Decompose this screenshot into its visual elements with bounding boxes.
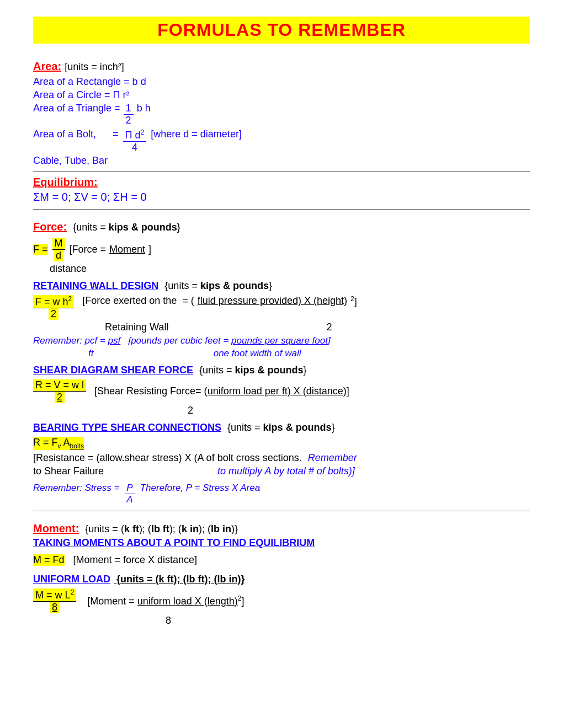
force-section: Force: {units = kips & pounds} F = M d [… (33, 215, 530, 511)
area-triangle-row: Area of a Triangle = 1 2 b h (33, 103, 530, 126)
retaining-numer: F = w h2 (33, 295, 74, 308)
force-desc1: [Force = (70, 244, 107, 255)
divider-2 (33, 209, 530, 210)
remember2a: Remember: Stress = (33, 483, 119, 494)
taking-moments-row: TAKING MOMENTS ABOUT A POINT TO FIND EQU… (33, 537, 530, 549)
equilibrium-label: Equilibrium: (33, 176, 98, 188)
moment-formula-row: M = Fd [Moment = force X distance] (33, 554, 530, 566)
remember1b-text: ft one foot width of wall (88, 348, 301, 359)
bearing-formula: R = Fv Abolts (33, 437, 84, 450)
retaining-desc2: fluid pressure provided) X (height) (198, 295, 347, 307)
uniform-desc: [Moment = uniform load X (length)2] (82, 595, 244, 607)
force-numer: M (52, 238, 65, 250)
force-desc4: distance (50, 263, 87, 275)
moment-formula-highlight: M = Fd (33, 554, 65, 566)
bearing-desc1: [Resistance = (allow.shear stress) X (A … (33, 452, 302, 464)
remember2-denom: A (125, 494, 134, 505)
bearing-desc-row: [Resistance = (allow.shear stress) X (A … (33, 452, 530, 464)
force-desc3: ] (148, 244, 151, 255)
moment-units: {units = (k ft); (lb ft); (k in); (lb in… (82, 523, 238, 535)
remember1b-row: ft one foot width of wall (88, 348, 530, 359)
uniform-units: {units = (k ft); (lb ft); (lb in)} (114, 574, 245, 585)
equilibrium-formula: ΣM = 0; ΣV = 0; ΣH = 0 (33, 191, 147, 204)
shear-desc: [Shear Resisting Force= (uniform load pe… (92, 386, 349, 397)
area-circle: Area of a Circle = Π r² (33, 89, 130, 101)
title-box: FORMULAS TO REMEMBER (33, 17, 530, 44)
retaining-label-row: RETAINING WALL DESIGN {units = kips & po… (33, 280, 530, 292)
retaining-denom: 2 (49, 308, 59, 320)
remember1-text: Remember: pcf = psf [pounds per cubic fe… (33, 335, 331, 346)
area-bolt-cable-row: Cable, Tube, Bar (33, 155, 530, 167)
retaining-formula-row: F = w h2 2 [Force exerted on the = (flui… (33, 295, 530, 320)
area-units: [units = inch²] (65, 61, 124, 73)
uniform-label: UNIFORM LOAD (33, 574, 110, 585)
area-rectangle: Area of a Rectangle = b d (33, 76, 146, 88)
area-rectangle-row: Area of a Rectangle = b d (33, 76, 530, 88)
page-title: FORMULAS TO REMEMBER (157, 20, 406, 40)
uniform-denom2: 8 (166, 615, 171, 627)
retaining-retaining: Retaining Wall (105, 322, 168, 333)
equilibrium-formula-row: ΣM = 0; ΣV = 0; ΣH = 0 (33, 191, 530, 204)
uniform-label-row: UNIFORM LOAD {units = (k ft); (lb ft); (… (33, 574, 530, 585)
uniform-denom: 8 (50, 602, 60, 613)
equilibrium-label-row: Equilibrium: (33, 176, 530, 189)
area-circle-row: Area of a Circle = Π r² (33, 89, 530, 101)
bolt-numer: Π d2 (123, 129, 147, 142)
retaining-label: RETAINING WALL DESIGN (33, 280, 158, 292)
shear-formula-row: R = V = w l 2 [Shear Resisting Force= (u… (33, 379, 530, 403)
moment-section: Moment: {units = (k ft); (lb ft); (k in)… (33, 517, 530, 627)
remember1-row: Remember: pcf = psf [pounds per cubic fe… (33, 335, 530, 346)
area-triangle-bh: b h (137, 103, 151, 114)
retaining-denom2: 2 (326, 322, 332, 333)
area-bolt-text: Area of a Bolt, = (33, 129, 119, 140)
force-formula-row: F = M d [Force = Moment ] (33, 238, 530, 261)
area-triangle-text: Area of a Triangle = (33, 103, 120, 114)
taking-moments: TAKING MOMENTS ABOUT A POINT TO FIND EQU… (33, 537, 315, 549)
shear-label: SHEAR DIAGRAM SHEAR FORCE (33, 365, 193, 376)
remember2-numer: P (125, 483, 134, 494)
bearing-formula-row: R = Fv Abolts (33, 437, 530, 450)
remember2b: Therefore, P = Stress X Area (140, 483, 260, 494)
bolt-denom: 4 (130, 142, 140, 153)
retaining-units: {units = kips & pounds} (162, 280, 272, 292)
moment-label: Moment: (33, 522, 79, 535)
shear-label-row: SHEAR DIAGRAM SHEAR FORCE {units = kips … (33, 365, 530, 376)
shear-units: {units = kips & pounds} (196, 365, 307, 376)
force-label: Force: (33, 221, 67, 233)
area-section: Area: [units = inch²] Area of a Rectangl… (33, 60, 530, 210)
divider-1 (33, 171, 530, 172)
force-f-highlight: F = (33, 244, 48, 255)
divider-3 (33, 511, 530, 511)
bearing-units: {units = kips & pounds} (225, 422, 335, 433)
shear-denom: 2 (55, 392, 65, 403)
uniform-numer: M = w L2 (33, 588, 76, 602)
remember2-row: Remember: Stress = P A Therefore, P = St… (33, 483, 530, 505)
bearing-label: BEARING TYPE SHEAR CONNECTIONS (33, 422, 221, 433)
bearing-desc2: Remember (305, 452, 357, 464)
area-bolt-cable: Cable, Tube, Bar (33, 155, 108, 167)
force-desc2: Moment (109, 244, 145, 255)
force-units: {units = kips & pounds} (70, 222, 180, 233)
retaining-desc1: [Force exerted on the = ( (79, 295, 194, 307)
title-container: FORMULAS TO REMEMBER (33, 17, 530, 44)
area-label: Area: (33, 60, 61, 73)
moment-formula-desc: [Moment = force X distance] (68, 554, 198, 566)
bolt-units: [where d = diameter] (151, 129, 242, 140)
shear-numer: R = V = w l (33, 379, 86, 392)
area-bolt-row: Area of a Bolt, = Π d2 4 [where d = diam… (33, 129, 530, 153)
bearing-desc4: to multiply A by total # of bolts)] (217, 465, 355, 477)
retaining-desc3: 2] (350, 295, 357, 308)
triangle-denom: 2 (124, 115, 134, 126)
equilibrium-section: Equilibrium: ΣM = 0; ΣV = 0; ΣH = 0 (33, 176, 530, 204)
force-denom: d (54, 250, 63, 261)
shear-denom2: 2 (188, 405, 193, 416)
uniform-formula-row: M = w L2 8 [Moment = uniform load X (len… (33, 588, 530, 613)
bearing-desc3: to Shear Failure (33, 465, 104, 477)
bearing-label-row: BEARING TYPE SHEAR CONNECTIONS {units = … (33, 422, 530, 433)
triangle-numer: 1 (124, 103, 134, 115)
